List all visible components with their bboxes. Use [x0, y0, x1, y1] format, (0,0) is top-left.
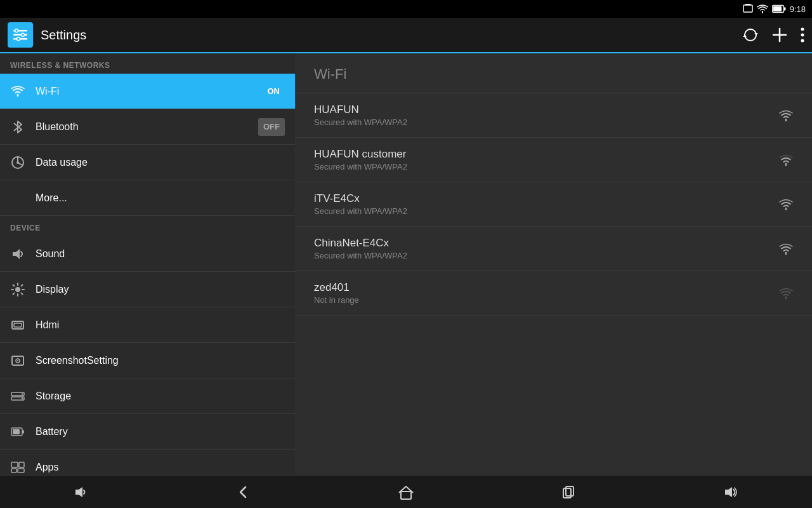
svg-point-9 [22, 33, 25, 36]
bluetooth-icon [10, 119, 25, 135]
wifi-status-icon [757, 4, 768, 13]
wifi-info-itv-e4cx: iTV-E4Cx Secured with WPA/WPA2 [314, 192, 407, 216]
back-icon [235, 484, 252, 500]
svg-point-15 [801, 39, 804, 43]
bluetooth-toggle[interactable]: OFF [258, 118, 285, 136]
wifi-name-zed401: zed401 [314, 281, 359, 294]
wifi-info-chinanet-e4cx: ChinaNet-E4Cx Secured with WPA/WPA2 [314, 237, 407, 260]
wifi-name-huafun: HUAFUN [314, 104, 407, 116]
wifi-icon [10, 84, 25, 99]
back-button[interactable] [225, 479, 263, 505]
add-icon[interactable] [771, 27, 788, 43]
toggle-off-label[interactable]: OFF [258, 118, 285, 136]
volume-down-button[interactable] [62, 479, 100, 505]
battery-icon [10, 424, 25, 439]
recents-button[interactable] [549, 479, 587, 505]
toggle-on-label[interactable]: ON [263, 83, 285, 100]
apps-label: Apps [36, 462, 285, 473]
wifi-security-itv-e4cx: Secured with WPA/WPA2 [314, 206, 407, 216]
sound-label: Sound [36, 248, 285, 260]
wifi-security-huafun: Secured with WPA/WPA2 [314, 117, 407, 127]
wifi-label: Wi-Fi [36, 86, 252, 97]
hdmi-icon [10, 318, 25, 333]
wifi-signal-huafun [779, 109, 793, 123]
svg-marker-40 [725, 487, 732, 497]
wifi-network-huafun-customer[interactable]: HUAFUN customer Secured with WPA/WPA2 [295, 138, 812, 182]
sidebar-item-apps[interactable]: Apps [0, 450, 295, 475]
sidebar-item-sound[interactable]: Sound [0, 236, 295, 272]
svg-point-14 [801, 34, 804, 37]
more-label: More... [36, 192, 285, 204]
settings-icon [12, 27, 29, 43]
display-label: Display [36, 284, 285, 295]
sidebar-item-storage[interactable]: Storage [0, 378, 295, 414]
battery-status-icon [772, 4, 786, 13]
sound-icon [10, 246, 25, 262]
svg-marker-36 [75, 487, 82, 497]
action-bar: Settings [0, 18, 812, 53]
sidebar-item-bluetooth[interactable]: Bluetooth OFF [0, 109, 295, 145]
wifi-info-zed401: zed401 Not in range [314, 281, 359, 305]
volume-down-icon [73, 484, 89, 500]
svg-rect-34 [11, 469, 16, 472]
svg-rect-31 [13, 429, 20, 434]
svg-rect-35 [18, 469, 24, 472]
bottom-navigation-bar [0, 475, 812, 508]
apps-icon [10, 460, 25, 475]
recents-icon [560, 484, 577, 500]
bluetooth-label: Bluetooth [36, 121, 248, 133]
sidebar-item-wifi[interactable]: Wi-Fi ON [0, 74, 295, 109]
sync-icon[interactable] [742, 27, 759, 43]
wifi-network-zed401[interactable]: zed401 Not in range [295, 271, 812, 316]
volume-up-icon [723, 484, 739, 500]
wifi-name-itv-e4cx: iTV-E4Cx [314, 192, 407, 205]
status-time: 9:18 [790, 4, 806, 14]
more-icon[interactable] [801, 27, 804, 43]
sidebar: WIRELESS & NETWORKS Wi-Fi ON [0, 53, 295, 475]
wifi-toggle[interactable]: ON [263, 83, 285, 100]
page-title: Settings [41, 28, 735, 43]
wifi-signal-zed401 [779, 286, 793, 300]
wifi-name-huafun-customer: HUAFUN customer [314, 148, 407, 161]
storage-icon [10, 389, 25, 404]
svg-rect-3 [783, 8, 785, 11]
svg-point-19 [15, 287, 20, 292]
status-icons: 9:18 [743, 4, 806, 14]
svg-rect-0 [743, 5, 752, 12]
svg-point-13 [801, 28, 804, 31]
wifi-info-huafun: HUAFUN Secured with WPA/WPA2 [314, 104, 407, 127]
svg-point-27 [22, 393, 23, 394]
more-options-icon [10, 190, 25, 206]
screenshot-status-icon [743, 4, 753, 14]
svg-point-17 [16, 161, 19, 164]
wifi-network-itv-e4cx[interactable]: iTV-E4Cx Secured with WPA/WPA2 [295, 182, 812, 227]
sidebar-item-more[interactable]: More... [0, 180, 295, 216]
sidebar-item-data-usage[interactable]: Data usage [0, 145, 295, 180]
sidebar-item-screenshot[interactable]: ScreenshotSetting [0, 343, 295, 378]
wifi-security-chinanet-e4cx: Secured with WPA/WPA2 [314, 251, 407, 260]
wifi-network-huafun[interactable]: HUAFUN Secured with WPA/WPA2 [295, 93, 812, 138]
wifi-network-chinanet-e4cx[interactable]: ChinaNet-E4Cx Secured with WPA/WPA2 [295, 227, 812, 271]
volume-up-button[interactable] [712, 479, 750, 505]
wifi-panel-title: Wi-Fi [295, 53, 812, 93]
section-header-wireless: WIRELESS & NETWORKS [0, 53, 295, 74]
settings-app-icon [8, 22, 33, 48]
wifi-security-zed401: Not in range [314, 295, 359, 305]
svg-rect-30 [22, 430, 24, 433]
svg-rect-6 [13, 34, 27, 36]
section-header-device: DEVICE [0, 216, 295, 236]
svg-rect-1 [745, 4, 750, 5]
sidebar-item-hdmi[interactable]: Hdmi [0, 307, 295, 343]
svg-marker-18 [13, 249, 20, 259]
sidebar-item-battery[interactable]: Battery [0, 414, 295, 450]
wifi-name-chinanet-e4cx: ChinaNet-E4Cx [314, 237, 407, 250]
svg-point-10 [17, 37, 20, 41]
svg-point-24 [17, 360, 18, 361]
wifi-network-list: HUAFUN Secured with WPA/WPA2 HUAFUN cust… [295, 93, 812, 475]
wifi-signal-itv-e4cx [779, 197, 793, 211]
battery-label: Battery [36, 426, 285, 438]
svg-rect-33 [19, 462, 24, 467]
svg-point-28 [22, 398, 23, 399]
home-button[interactable] [387, 479, 425, 505]
sidebar-item-display[interactable]: Display [0, 272, 295, 307]
